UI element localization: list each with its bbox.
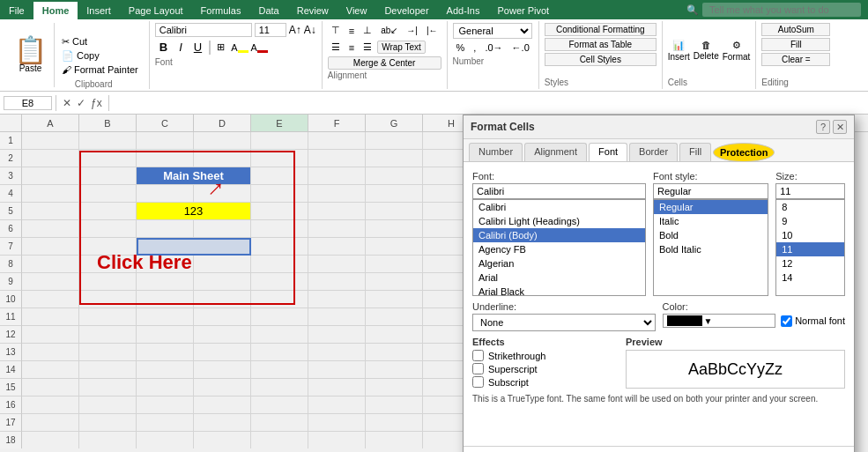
comma-button[interactable]: , (470, 41, 479, 55)
row-header[interactable]: 13 (0, 344, 22, 361)
grid-cell[interactable] (366, 238, 423, 256)
wrap-text-button[interactable]: Wrap Text (377, 41, 426, 54)
grid-cell[interactable] (22, 291, 79, 308)
grid-cell[interactable] (308, 326, 366, 344)
grid-cell[interactable] (79, 326, 137, 344)
grid-cell[interactable] (308, 167, 366, 185)
grid-cell[interactable] (22, 238, 79, 256)
grid-cell[interactable] (251, 291, 308, 308)
grid-cell[interactable] (194, 379, 251, 396)
tab-review[interactable]: Review (288, 2, 338, 19)
font-list-item[interactable]: Arial Black (473, 285, 645, 296)
row-header[interactable]: 2 (0, 150, 22, 167)
grid-cell[interactable] (137, 220, 194, 238)
grid-cell[interactable] (308, 220, 366, 238)
grid-cell[interactable] (79, 432, 137, 448)
italic-button[interactable]: I (174, 39, 187, 56)
align-top-button[interactable]: ⊤ (328, 23, 344, 38)
grid-cell[interactable] (22, 273, 79, 291)
tab-developer[interactable]: Developer (375, 2, 437, 19)
formula-function-icon[interactable]: ƒx (88, 97, 105, 109)
grid-cell[interactable] (79, 291, 137, 308)
grid-cell[interactable] (22, 361, 79, 379)
grid-cell[interactable] (79, 308, 137, 326)
tab-pagelayout[interactable]: Page Layout (120, 2, 192, 19)
text-direction-button[interactable]: ab↙ (377, 24, 401, 37)
search-input[interactable] (702, 3, 861, 17)
grid-cell[interactable] (137, 414, 194, 432)
grid-cell[interactable] (194, 344, 251, 361)
font-list[interactable]: Calibri Calibri Light (Headings) Calibri… (472, 199, 646, 296)
grid-cell[interactable] (79, 256, 137, 273)
tab-file[interactable]: File (0, 2, 33, 19)
size-item[interactable]: 9 (776, 214, 844, 228)
grid-cell[interactable] (366, 220, 423, 238)
row-header[interactable]: 18 (0, 432, 22, 448)
grid-cell[interactable] (308, 379, 366, 396)
row-header[interactable]: 14 (0, 361, 22, 379)
grid-cell[interactable] (137, 326, 194, 344)
normal-font-label[interactable]: Normal font (781, 315, 845, 327)
grid-cell[interactable] (79, 361, 137, 379)
row-header[interactable]: 10 (0, 291, 22, 308)
size-list[interactable]: 8 9 10 11 12 14 (775, 199, 845, 296)
grid-cell[interactable] (22, 203, 79, 220)
grid-cell[interactable] (308, 150, 366, 167)
grid-cell[interactable] (137, 291, 194, 308)
font-name-dialog-input[interactable] (472, 183, 646, 199)
grid-cell[interactable] (308, 291, 366, 308)
size-item-selected[interactable]: 11 (776, 242, 844, 256)
grid-cell[interactable] (308, 344, 366, 361)
conditional-formatting-button[interactable]: Conditional Formatting (545, 23, 657, 36)
row-header[interactable]: 1 (0, 132, 22, 150)
row-header[interactable]: 5 (0, 203, 22, 220)
tab-alignment[interactable]: Alignment (524, 143, 587, 161)
grid-cell[interactable] (251, 308, 308, 326)
font-style-item[interactable]: Italic (654, 214, 768, 228)
grid-cell[interactable] (22, 167, 79, 185)
grid-cell[interactable] (251, 379, 308, 396)
grid-cell[interactable] (22, 256, 79, 273)
grid-cell[interactable] (137, 396, 194, 414)
grid-cell[interactable] (251, 150, 308, 167)
grid-cell[interactable] (137, 256, 194, 273)
grid-cell[interactable] (251, 256, 308, 273)
tab-addins[interactable]: Add-Ins (438, 2, 489, 19)
subscript-checkbox[interactable] (472, 376, 484, 388)
tab-border[interactable]: Border (629, 143, 678, 161)
grid-cell[interactable] (308, 396, 366, 414)
decrease-decimal-button[interactable]: ←.0 (508, 41, 533, 55)
grid-cell[interactable] (79, 238, 137, 256)
tab-font[interactable]: Font (589, 143, 627, 161)
grid-cell[interactable] (251, 361, 308, 379)
grid-cell[interactable] (366, 414, 423, 432)
font-style-input[interactable] (653, 183, 768, 199)
cell-123[interactable]: 123 (137, 203, 251, 220)
grid-cell[interactable] (366, 308, 423, 326)
grid-cell[interactable] (22, 185, 79, 203)
grid-cell[interactable] (137, 308, 194, 326)
grid-cell[interactable] (194, 273, 251, 291)
grid-cell[interactable] (251, 220, 308, 238)
grid-cell[interactable] (137, 132, 194, 150)
grid-cell[interactable] (251, 238, 308, 256)
font-size-increase-button[interactable]: A↑ (289, 24, 301, 36)
grid-cell[interactable] (22, 344, 79, 361)
grid-cell[interactable] (137, 344, 194, 361)
size-item[interactable]: 14 (776, 270, 844, 285)
grid-cell[interactable] (251, 432, 308, 448)
grid-cell[interactable] (22, 379, 79, 396)
grid-cell[interactable] (194, 256, 251, 273)
grid-cell[interactable] (366, 132, 423, 150)
grid-cell[interactable] (137, 185, 194, 203)
font-name-input[interactable] (155, 23, 252, 37)
tab-home[interactable]: Home (33, 2, 78, 19)
number-format-select[interactable]: General (453, 23, 532, 39)
normal-font-checkbox[interactable] (781, 315, 792, 327)
size-item[interactable]: 8 (776, 200, 844, 214)
grid-cell[interactable] (79, 379, 137, 396)
grid-cell[interactable] (194, 326, 251, 344)
grid-cell[interactable] (79, 396, 137, 414)
grid-cell[interactable] (366, 167, 423, 185)
tab-insert[interactable]: Insert (78, 2, 120, 19)
